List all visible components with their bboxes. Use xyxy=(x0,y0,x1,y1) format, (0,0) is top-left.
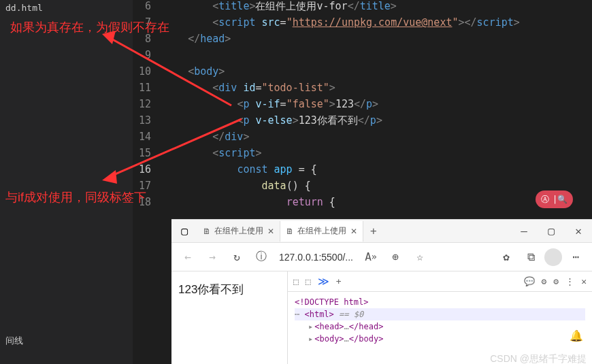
ai-icon: Ⓐ xyxy=(541,194,549,205)
forward-button[interactable]: → xyxy=(201,246,223,268)
browser-tab-2[interactable]: 🗎 在组件上使用 ✕ xyxy=(280,221,363,242)
chat-icon[interactable]: 💬 xyxy=(524,276,535,286)
file-icon: 🗎 xyxy=(286,227,294,236)
extensions-button[interactable]: ✿ xyxy=(495,246,517,268)
arrow-2 xyxy=(95,112,252,187)
file-tab[interactable]: dd.html xyxy=(0,0,133,16)
devtools-tabs: ⬚ ⬚ ≫ + 💬 ⚙ ⚙ ⋮ ✕ xyxy=(288,271,592,292)
reader-button[interactable]: A» xyxy=(360,246,382,268)
collections-button[interactable]: ⧉ xyxy=(520,246,542,268)
svg-line-0 xyxy=(109,37,231,105)
back-button[interactable]: ← xyxy=(177,246,199,268)
settings-icon[interactable]: ⚙ xyxy=(542,276,547,286)
browser-tab-1[interactable]: 🗎 在组件上使用 ✕ xyxy=(197,221,280,242)
kebab-icon[interactable]: ⋮ xyxy=(565,276,574,286)
svg-line-2 xyxy=(109,119,242,177)
page-content: 123你看不到 xyxy=(171,271,287,364)
inspect-icon[interactable]: ⬚ xyxy=(293,276,299,286)
sidebar-bottom-label: 间线 xyxy=(5,335,23,347)
line-number: 6 xyxy=(133,0,163,16)
browser-titlebar: ▢ 🗎 在组件上使用 ✕ 🗎 在组件上使用 ✕ + — ▢ ✕ xyxy=(171,220,592,243)
browser-window: ▢ 🗎 在组件上使用 ✕ 🗎 在组件上使用 ✕ + — ▢ ✕ ← → ↻ ⓘ … xyxy=(171,219,592,364)
tab-title: 在组件上使用 xyxy=(214,225,263,237)
devtools-elements[interactable]: <!DOCTYPE html> ⋯ <html> == $0 ▸<head>…<… xyxy=(288,292,592,349)
menu-button[interactable]: ⋯ xyxy=(565,246,587,268)
devtools-panel: ⬚ ⬚ ≫ + 💬 ⚙ ⚙ ⋮ ✕ <!DOCTYPE html> ⋯ <htm… xyxy=(287,271,592,364)
maximize-button[interactable]: ▢ xyxy=(538,221,565,242)
annotation-text-1: 如果为真存在，为假则不存在 xyxy=(10,19,169,35)
search-icon: |🔍 xyxy=(553,195,568,204)
plus-icon[interactable]: + xyxy=(336,276,342,286)
new-tab-button[interactable]: + xyxy=(363,225,384,237)
avatar[interactable] xyxy=(544,248,562,266)
window-icon[interactable]: ▢ xyxy=(174,221,195,242)
file-icon: 🗎 xyxy=(203,227,211,236)
device-icon[interactable]: ⬚ xyxy=(306,276,311,286)
more-tabs-icon[interactable]: ≫ xyxy=(318,275,329,288)
zoom-button[interactable]: ⊕ xyxy=(384,246,406,268)
arrow-1 xyxy=(95,27,238,116)
watermark: CSDN @思绪千字难提 xyxy=(490,353,587,364)
ai-badge[interactable]: Ⓐ |🔍 xyxy=(536,191,573,208)
gear-icon[interactable]: ⚙ xyxy=(553,276,559,286)
browser-toolbar: ← → ↻ ⓘ 127.0.0.1:5500/... A» ⊕ ☆ ✿ ⧉ ⋯ xyxy=(171,243,592,271)
refresh-button[interactable]: ↻ xyxy=(226,246,248,268)
notification-bell-icon[interactable]: 🔔 xyxy=(570,329,583,342)
favorite-button[interactable]: ☆ xyxy=(409,246,431,268)
close-icon[interactable]: ✕ xyxy=(267,227,274,236)
url-bar[interactable]: 127.0.0.1:5500/... xyxy=(279,252,353,263)
close-devtools-icon[interactable]: ✕ xyxy=(581,276,587,286)
info-icon[interactable]: ⓘ xyxy=(250,246,272,268)
tab-title: 在组件上使用 xyxy=(297,225,346,237)
page-text: 123你看不到 xyxy=(178,282,280,297)
close-button[interactable]: ✕ xyxy=(565,221,592,242)
annotation-text-2: 与if成对使用，同级标签下 xyxy=(5,189,146,205)
svg-marker-3 xyxy=(102,170,117,184)
minimize-button[interactable]: — xyxy=(510,221,538,242)
close-icon[interactable]: ✕ xyxy=(350,227,357,236)
